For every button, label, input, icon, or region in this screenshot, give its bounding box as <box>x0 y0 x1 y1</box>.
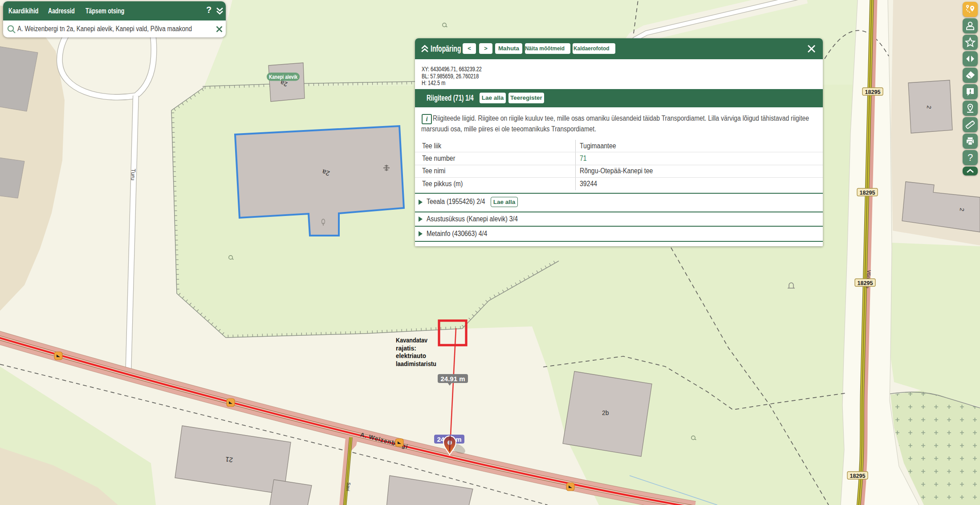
svg-text:laadimistaristu: laadimistaristu <box>396 360 436 367</box>
svg-text:18295: 18295 <box>850 473 866 479</box>
svg-text:18295: 18295 <box>865 89 881 95</box>
svg-text:Kanepi alevik: Kanepi alevik <box>269 74 297 80</box>
svg-text:18295: 18295 <box>858 280 873 286</box>
svg-text:Kavandatav: Kavandatav <box>396 337 427 344</box>
svg-text:Turu: Turu <box>130 169 137 181</box>
svg-text:Savi: Savi <box>346 482 351 491</box>
svg-text:21: 21 <box>225 456 233 464</box>
svg-text:24.91 m: 24.91 m <box>440 375 465 383</box>
svg-text:rajatis:: rajatis: <box>396 345 416 352</box>
svg-text:2b: 2b <box>602 409 609 416</box>
svg-text:elektriauto: elektriauto <box>396 352 426 359</box>
svg-text:18295: 18295 <box>860 190 875 196</box>
